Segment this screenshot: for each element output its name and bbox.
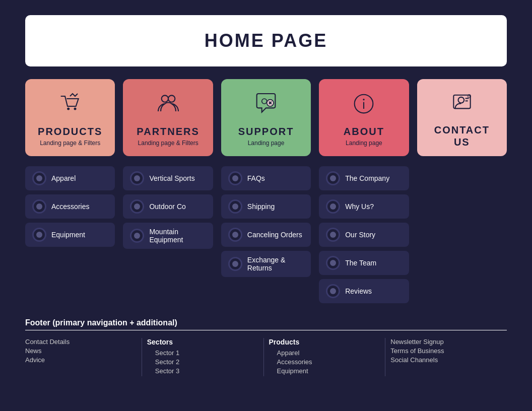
footer-label: Footer (primary navigation + additional)	[25, 318, 507, 330]
footer-news[interactable]: News	[25, 347, 131, 355]
svg-point-4	[262, 99, 267, 104]
label-faqs: FAQs	[247, 174, 265, 182]
card-about-title: ABOUT	[344, 126, 384, 138]
cards-row: PRODUCTS Landing page & Filters PARTNERS…	[25, 79, 507, 156]
list-item-outdoor-co[interactable]: Outdoor Co	[123, 194, 213, 219]
footer-equipment[interactable]: Equipment	[269, 367, 375, 375]
list-item-apparel[interactable]: Apparel	[25, 166, 115, 190]
footer-cols: Contact Details News Advice Sectors Sect…	[25, 338, 507, 376]
chat-icon	[253, 91, 279, 121]
bullet-vertical-sports	[130, 171, 144, 185]
footer-contact-details[interactable]: Contact Details	[25, 338, 131, 346]
list-item-accessories[interactable]: Accessories	[25, 194, 115, 219]
svg-text:@: @	[467, 94, 471, 99]
label-equipment: Equipment	[51, 231, 85, 239]
card-support[interactable]: SUPPORT Landing page	[221, 79, 311, 156]
list-item-reviews[interactable]: Reviews	[319, 279, 409, 303]
label-our-story: Our Story	[345, 231, 375, 239]
home-header: HOME PAGE	[25, 15, 507, 66]
footer-social[interactable]: Social Channels	[390, 356, 497, 364]
lists-row: Apparel Accessories Equipment Vertical S…	[25, 166, 507, 303]
card-partners-title: PARTNERS	[137, 126, 200, 138]
list-item-canceling-orders[interactable]: Canceling Orders	[221, 223, 311, 247]
footer-col-4: Newsletter Signup Terms of Business Soci…	[385, 338, 507, 376]
bullet-our-story	[326, 228, 340, 242]
footer-sectors-title: Sectors	[147, 338, 253, 346]
bullet-apparel	[32, 171, 46, 185]
card-contact[interactable]: @ CONTACTUS	[417, 79, 507, 156]
footer-col-2: Sectors Sector 1 Sector 2 Sector 3	[142, 338, 264, 376]
card-products-subtitle: Landing page & Filters	[40, 140, 100, 147]
bullet-outdoor-co	[130, 199, 144, 214]
list-item-vertical-sports[interactable]: Vertical Sports	[123, 166, 213, 190]
label-the-team: The Team	[345, 259, 376, 267]
footer-terms[interactable]: Terms of Business	[390, 347, 497, 355]
list-item-why-us[interactable]: Why Us?	[319, 194, 409, 219]
footer-col-3: Products Apparel Accessories Equipment	[264, 338, 386, 376]
contact-icon: @	[449, 89, 475, 119]
list-item-our-story[interactable]: Our Story	[319, 223, 409, 247]
svg-point-2	[161, 95, 168, 102]
card-about[interactable]: ABOUT Landing page	[319, 79, 409, 156]
list-item-faqs[interactable]: FAQs	[221, 166, 311, 190]
cart-icon	[57, 91, 83, 121]
card-products[interactable]: PRODUCTS Landing page & Filters	[25, 79, 115, 156]
list-col-partners: Vertical Sports Outdoor Co Mountain Equi…	[123, 166, 213, 303]
label-reviews: Reviews	[345, 287, 372, 295]
list-col-products: Apparel Accessories Equipment	[25, 166, 115, 303]
footer-accessories[interactable]: Accessories	[269, 358, 375, 366]
label-outdoor-co: Outdoor Co	[149, 202, 185, 211]
footer-advice[interactable]: Advice	[25, 356, 131, 364]
card-products-title: PRODUCTS	[38, 126, 102, 138]
label-accessories: Accessories	[51, 202, 89, 211]
label-the-company: The Company	[345, 174, 389, 182]
footer-section: Footer (primary navigation + additional)…	[25, 318, 507, 376]
people-icon	[156, 91, 181, 121]
label-apparel: Apparel	[51, 174, 76, 182]
svg-point-1	[74, 107, 77, 110]
bullet-faqs	[228, 171, 242, 185]
bullet-why-us	[326, 199, 340, 214]
footer-sector-2[interactable]: Sector 2	[147, 358, 253, 366]
label-exchange-returns: Exchange & Returns	[247, 256, 304, 272]
list-item-the-company[interactable]: The Company	[319, 166, 409, 190]
bullet-equipment	[32, 228, 46, 242]
footer-sector-1[interactable]: Sector 1	[147, 349, 253, 357]
list-item-equipment[interactable]: Equipment	[25, 223, 115, 247]
bullet-reviews	[326, 284, 340, 298]
page-title: HOME PAGE	[40, 30, 492, 51]
page-wrapper: HOME PAGE PRODUCTS Landing page & Filter…	[0, 0, 532, 391]
footer-apparel[interactable]: Apparel	[269, 349, 375, 357]
bullet-mountain-equipment	[130, 229, 144, 243]
bullet-canceling-orders	[228, 228, 242, 242]
footer-sector-3[interactable]: Sector 3	[147, 367, 253, 375]
list-col-support: FAQs Shipping Canceling Orders Exchange …	[221, 166, 311, 303]
svg-point-12	[458, 97, 464, 103]
footer-products-title: Products	[269, 338, 375, 346]
bullet-accessories	[32, 199, 46, 214]
label-why-us: Why Us?	[345, 202, 374, 211]
list-item-shipping[interactable]: Shipping	[221, 194, 311, 219]
list-item-exchange-returns[interactable]: Exchange & Returns	[221, 251, 311, 277]
svg-point-0	[67, 107, 70, 110]
bullet-the-team	[326, 256, 340, 270]
footer-newsletter[interactable]: Newsletter Signup	[390, 338, 497, 346]
list-col-about: The Company Why Us? Our Story The Team R…	[319, 166, 409, 303]
bullet-the-company	[326, 171, 340, 185]
card-support-title: SUPPORT	[238, 126, 294, 138]
card-about-subtitle: Landing page	[346, 140, 382, 147]
card-partners-subtitle: Landing page & Filters	[138, 140, 198, 147]
list-item-the-team[interactable]: The Team	[319, 251, 409, 275]
label-vertical-sports: Vertical Sports	[149, 174, 194, 182]
bullet-exchange-returns	[228, 257, 242, 271]
svg-point-3	[168, 95, 175, 102]
card-partners[interactable]: PARTNERS Landing page & Filters	[123, 79, 213, 156]
label-mountain-equipment: Mountain Equipment	[149, 228, 206, 244]
card-support-subtitle: Landing page	[248, 140, 285, 147]
list-item-mountain-equipment[interactable]: Mountain Equipment	[123, 223, 213, 249]
bullet-shipping	[228, 199, 242, 214]
list-col-contact	[417, 166, 507, 303]
label-canceling-orders: Canceling Orders	[247, 231, 302, 239]
card-contact-title: CONTACTUS	[434, 124, 490, 148]
label-shipping: Shipping	[247, 202, 275, 211]
